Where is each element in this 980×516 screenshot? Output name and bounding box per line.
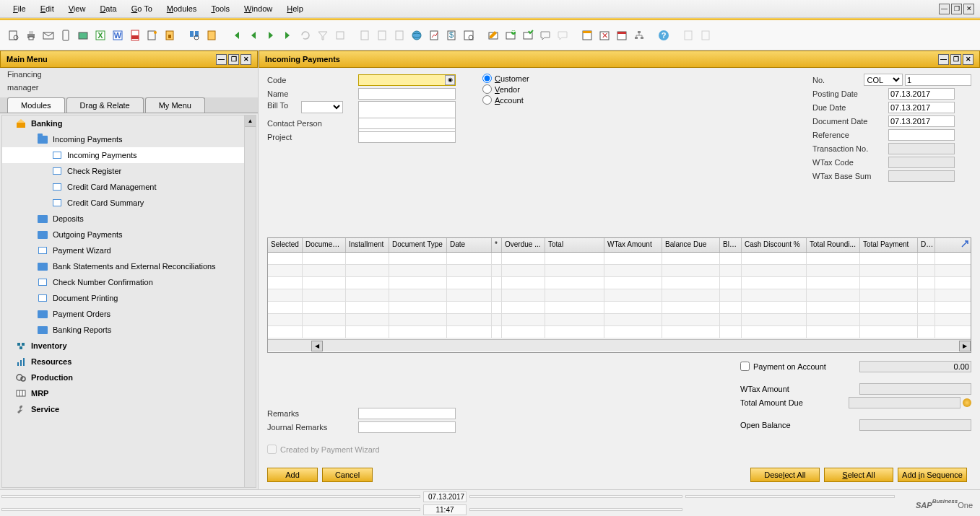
tree-incoming-payments[interactable]: Incoming Payments bbox=[2, 147, 256, 163]
tree-mrp[interactable]: MRP bbox=[2, 385, 256, 401]
close-icon[interactable]: ✕ bbox=[963, 4, 974, 14]
input-remarks[interactable] bbox=[358, 408, 456, 419]
message2-icon[interactable] bbox=[555, 27, 571, 43]
grid-header-7[interactable]: Total bbox=[545, 238, 604, 252]
radio-account[interactable] bbox=[482, 95, 492, 105]
next-record-icon[interactable] bbox=[263, 27, 279, 43]
input-reference[interactable] bbox=[888, 129, 955, 141]
edit-form-icon[interactable] bbox=[485, 27, 501, 43]
excel-icon[interactable]: X bbox=[92, 27, 108, 43]
add-form-icon[interactable]: + bbox=[503, 27, 519, 43]
label-customer[interactable]: Customer bbox=[495, 74, 529, 83]
tree-resources[interactable]: Resources bbox=[2, 354, 256, 369]
last-record-icon[interactable] bbox=[280, 27, 296, 43]
settings-view-icon[interactable] bbox=[461, 27, 477, 43]
tree-deposits[interactable]: Deposits bbox=[2, 211, 256, 227]
input-document-date[interactable] bbox=[888, 115, 955, 127]
tree-check-number[interactable]: Check Number Confirmation bbox=[2, 274, 256, 290]
tree-incoming-payments-folder[interactable]: Incoming Payments bbox=[2, 131, 256, 147]
doc2-icon[interactable] bbox=[374, 27, 390, 43]
pdf-icon[interactable] bbox=[127, 27, 143, 43]
tree-outgoing-payments[interactable]: Outgoing Payments bbox=[2, 227, 256, 242]
fax-icon[interactable] bbox=[75, 27, 91, 43]
calendar-x-icon[interactable]: ✕ bbox=[597, 27, 612, 43]
menu-tools[interactable]: Tools bbox=[204, 2, 237, 15]
checkbox-payment-on-account[interactable] bbox=[740, 362, 750, 371]
menu-modules[interactable]: Modules bbox=[160, 2, 204, 15]
panel-maximize-icon[interactable]: ❐ bbox=[228, 54, 239, 65]
grid-header-4[interactable]: Date bbox=[447, 238, 492, 252]
maximize-icon[interactable]: ❐ bbox=[951, 4, 962, 14]
payment-means-icon[interactable]: $ bbox=[443, 27, 459, 43]
menu-data[interactable]: Data bbox=[92, 2, 123, 15]
table-row[interactable] bbox=[268, 326, 971, 338]
payment-means-icon[interactable] bbox=[963, 398, 971, 407]
message-icon[interactable] bbox=[537, 27, 553, 43]
label-account[interactable]: Account bbox=[495, 96, 524, 105]
select-bill-to[interactable] bbox=[301, 101, 343, 113]
tree-credit-card-mgmt[interactable]: Credit Card Management bbox=[2, 179, 256, 195]
launch-icon[interactable] bbox=[144, 27, 160, 43]
filter-icon[interactable] bbox=[315, 27, 331, 43]
table-row[interactable] bbox=[268, 302, 971, 314]
tree-scrollbar[interactable]: ▲ bbox=[244, 115, 256, 487]
add-in-sequence-button[interactable]: Add in Sequence bbox=[898, 468, 967, 482]
table-row[interactable] bbox=[268, 253, 971, 265]
tree-payment-orders[interactable]: Payment Orders bbox=[2, 306, 256, 322]
tree-bank-statements[interactable]: Bank Statements and External Reconciliat… bbox=[2, 258, 256, 274]
grid-header-0[interactable]: Selected bbox=[268, 238, 303, 252]
grid-header-9[interactable]: Balance Due bbox=[662, 238, 720, 252]
input-journal-remarks[interactable] bbox=[358, 421, 456, 433]
lock-icon[interactable] bbox=[162, 27, 178, 43]
sort-icon[interactable] bbox=[332, 27, 348, 43]
table-row[interactable] bbox=[268, 265, 971, 277]
sms-icon[interactable] bbox=[58, 27, 74, 43]
menu-window[interactable]: Window bbox=[237, 2, 279, 15]
grid-header-11[interactable]: Cash Discount % bbox=[742, 238, 807, 252]
grid-header-1[interactable]: Documen... bbox=[303, 238, 346, 252]
tree-banking[interactable]: Banking bbox=[2, 115, 256, 131]
input-project[interactable] bbox=[358, 131, 456, 143]
form-minimize-icon[interactable]: — bbox=[938, 54, 949, 65]
grid-header-5[interactable]: * bbox=[492, 238, 502, 252]
menu-help[interactable]: Help bbox=[279, 2, 311, 15]
add-doc-icon[interactable] bbox=[204, 27, 220, 43]
tree-service[interactable]: Service bbox=[2, 401, 256, 417]
table-row[interactable] bbox=[268, 289, 971, 302]
form-close-icon[interactable]: ✕ bbox=[963, 54, 974, 65]
grid-header-13[interactable]: Total Payment bbox=[860, 238, 918, 252]
word-icon[interactable]: W bbox=[110, 27, 126, 43]
input-name[interactable] bbox=[358, 88, 456, 100]
select-no-series[interactable]: COL bbox=[864, 74, 903, 86]
scroll-left-icon[interactable]: ◀ bbox=[311, 341, 323, 351]
report-icon[interactable] bbox=[698, 27, 714, 43]
email-icon[interactable] bbox=[40, 27, 56, 43]
add-button[interactable]: Add bbox=[267, 468, 318, 482]
refresh-icon[interactable] bbox=[298, 27, 313, 43]
panel-minimize-icon[interactable]: — bbox=[216, 54, 227, 65]
table-row[interactable] bbox=[268, 277, 971, 289]
tab-modules[interactable]: Modules bbox=[7, 97, 65, 113]
globe-icon[interactable] bbox=[409, 27, 425, 43]
preview-icon[interactable] bbox=[6, 27, 22, 43]
first-record-icon[interactable] bbox=[228, 27, 244, 43]
panel-close-icon[interactable]: ✕ bbox=[240, 54, 251, 65]
tree-credit-card-summary[interactable]: Credit Card Summary bbox=[2, 195, 256, 211]
print-icon[interactable] bbox=[23, 27, 39, 43]
help-icon[interactable]: ? bbox=[656, 27, 672, 43]
tree-production[interactable]: Production bbox=[2, 369, 256, 385]
tree-check-register[interactable]: Check Register bbox=[2, 163, 256, 179]
input-no[interactable] bbox=[905, 74, 971, 86]
table-row[interactable] bbox=[268, 314, 971, 326]
minimize-icon[interactable]: — bbox=[939, 4, 950, 14]
input-posting-date[interactable] bbox=[888, 88, 955, 100]
hierarchy-icon[interactable] bbox=[631, 27, 647, 43]
menu-edit[interactable]: Edit bbox=[33, 2, 61, 15]
tab-drag-relate[interactable]: Drag & Relate bbox=[66, 97, 144, 113]
grid-header-12[interactable]: Total Roundi... bbox=[807, 238, 860, 252]
calendar-icon[interactable] bbox=[614, 27, 630, 43]
menu-file[interactable]: File bbox=[6, 2, 33, 15]
grid-header-8[interactable]: WTax Amount bbox=[604, 238, 662, 252]
expand-grid-icon[interactable] bbox=[961, 240, 969, 248]
form-maximize-icon[interactable]: ❐ bbox=[950, 54, 961, 65]
